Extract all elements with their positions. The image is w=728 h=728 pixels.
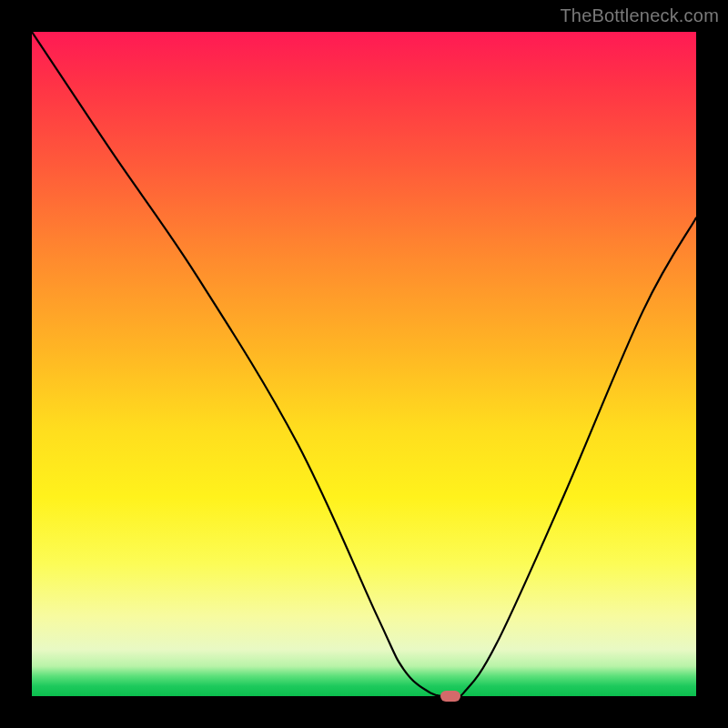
bottleneck-curve: [32, 32, 696, 696]
attribution-text: TheBottleneck.com: [560, 5, 719, 26]
plot-area: [32, 32, 696, 696]
optimal-point-marker: [440, 691, 460, 702]
chart-frame: TheBottleneck.com: [0, 0, 728, 728]
curve-path: [32, 32, 696, 696]
